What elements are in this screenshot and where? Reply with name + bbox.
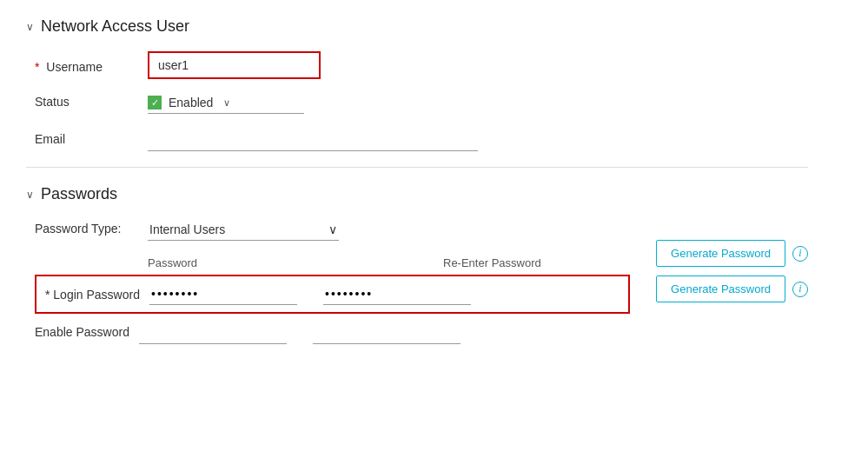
- login-generate-info-icon[interactable]: i: [792, 246, 808, 262]
- email-row: Email: [26, 129, 808, 151]
- login-generate-password-button[interactable]: Generate Password: [656, 240, 785, 267]
- enabled-checkbox[interactable]: ✓: [148, 96, 162, 110]
- status-dropdown-arrow[interactable]: ∨: [223, 97, 230, 109]
- status-underline: [148, 113, 304, 114]
- login-inputs: [149, 283, 620, 305]
- password-type-value: Internal Users: [149, 222, 225, 236]
- chevron-icon[interactable]: ∨: [26, 21, 34, 33]
- password-type-select[interactable]: Internal Users ∨: [148, 219, 339, 241]
- enable-password-row: Enable Password: [26, 322, 630, 344]
- username-box: [148, 51, 321, 79]
- login-password-label: * Login Password: [45, 288, 149, 302]
- username-field-wrapper: [148, 51, 478, 79]
- passwords-section: ∨ Passwords Password Type: Internal User…: [26, 185, 808, 349]
- enable-generate-password-button[interactable]: Generate Password: [656, 275, 785, 302]
- login-generate-btn-row: Generate Password i: [656, 240, 808, 267]
- login-password-reenter-input[interactable]: [323, 283, 471, 305]
- enabled-label: Enabled: [169, 96, 213, 110]
- action-buttons-area: Generate Password i Generate Password i: [656, 240, 808, 302]
- left-form: * Login Password Enable Password: [26, 275, 639, 349]
- enable-inputs: [139, 322, 630, 344]
- password-type-label: Password Type:: [35, 222, 148, 241]
- enable-password-input[interactable]: [139, 322, 287, 344]
- status-row: Status ✓ Enabled ∨: [26, 95, 808, 114]
- section-title-network: Network Access User: [41, 17, 189, 36]
- passwords-chevron-icon[interactable]: ∨: [26, 189, 34, 201]
- col-password-label: Password: [148, 256, 295, 269]
- main-content: ∨ Network Access User * Username Status …: [26, 17, 808, 349]
- enable-generate-info-icon[interactable]: i: [792, 282, 808, 297]
- enable-generate-btn-row: Generate Password i: [656, 275, 808, 302]
- enable-password-reenter-input[interactable]: [313, 322, 461, 344]
- email-input[interactable]: [148, 129, 478, 151]
- password-type-dropdown-arrow: ∨: [328, 222, 337, 236]
- required-star: *: [35, 60, 39, 74]
- email-label: Email: [35, 132, 148, 151]
- passwords-section-header: ∨ Passwords: [26, 185, 808, 203]
- status-label: Status: [35, 95, 148, 114]
- username-input[interactable]: [158, 58, 310, 72]
- col-reenter-label: Re-Enter Password: [443, 256, 591, 269]
- status-field: ✓ Enabled ∨: [148, 96, 478, 114]
- email-field-wrapper: [148, 129, 478, 151]
- login-password-input[interactable]: [149, 283, 297, 305]
- network-access-user-section: ∨ Network Access User: [26, 17, 808, 36]
- passwords-title: Passwords: [41, 185, 117, 203]
- username-label: * Username: [35, 60, 148, 79]
- enable-password-label: Enable Password: [35, 325, 139, 344]
- section-divider: [26, 167, 808, 168]
- lower-section: * Login Password Enable Password: [26, 275, 808, 349]
- login-password-row: * Login Password: [35, 275, 630, 314]
- password-type-row: Password Type: Internal Users ∨: [26, 219, 808, 241]
- username-row: * Username: [26, 51, 808, 79]
- check-icon: ✓: [151, 97, 159, 109]
- status-control[interactable]: ✓ Enabled ∨: [148, 96, 478, 110]
